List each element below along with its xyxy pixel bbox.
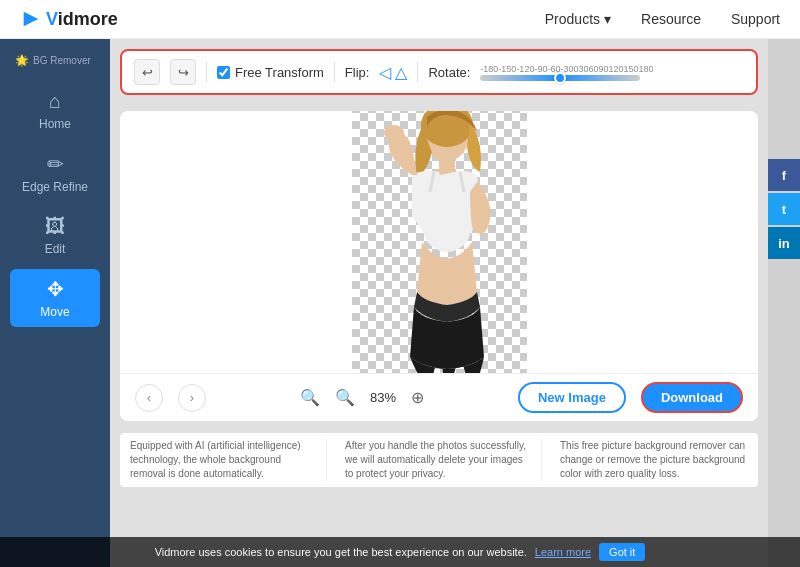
social-bar: f t in [768,39,800,567]
divider3 [417,62,418,82]
rotate-track[interactable] [480,75,640,81]
cookie-accept-button[interactable]: Got it [599,543,645,561]
edit-icon: 🖼 [45,215,65,238]
canvas-wrapper: ‹ › 🔍 🔍 83% ⊕ New Image Download [120,111,758,421]
content-area: ↩ ↪ Free Transform Flip: ◁ △ Rotate: -18… [110,39,768,567]
svg-marker-0 [24,12,39,27]
sidebar-item-move[interactable]: ✥ Move [10,269,100,327]
flip-vertical-button[interactable]: △ [395,63,407,82]
logo-icon [20,8,42,30]
bottom-controls: ‹ › 🔍 🔍 83% ⊕ New Image Download [120,373,758,421]
main-area: 🌟 BG Remover ⌂ Home ✏ Edge Refine 🖼 Edit… [0,39,800,567]
logo[interactable]: Vidmore [20,8,118,30]
divider [206,62,207,82]
edge-refine-icon: ✏ [47,152,64,176]
bg-remover-tab: 🌟 BG Remover [10,49,100,72]
bottom-col-1: Equipped with AI (artificial intelligenc… [130,439,327,481]
sidebar-item-edit[interactable]: 🖼 Edit [10,207,100,264]
rotate-label: Rotate: [428,65,470,80]
home-icon: ⌂ [49,90,61,113]
zoom-in-icon[interactable]: 🔍 [335,388,355,407]
nav-products[interactable]: Products ▾ [545,11,611,27]
zoom-out-icon[interactable]: 🔍 [300,388,320,407]
prev-arrow[interactable]: ‹ [135,384,163,412]
new-image-button[interactable]: New Image [518,382,626,413]
nav-resource[interactable]: Resource [641,11,701,27]
bottom-col-2: After you handle the photos successfully… [337,439,542,481]
twitter-button[interactable]: t [768,193,800,225]
chevron-down-icon: ▾ [604,11,611,27]
bottom-text-area: Equipped with AI (artificial intelligenc… [120,433,758,487]
cookie-learn-more[interactable]: Learn more [535,546,591,558]
free-transform-checkbox[interactable]: Free Transform [217,65,324,80]
header: Vidmore Products ▾ Resource Support [0,0,800,39]
sidebar-item-home[interactable]: ⌂ Home [10,82,100,139]
nav-support[interactable]: Support [731,11,780,27]
rotate-control[interactable]: -180-150-120-90-60-300306090120150180 [480,64,640,81]
svg-point-6 [384,125,404,141]
logo-text: Vidmore [46,9,118,30]
nav-links: Products ▾ Resource Support [545,11,780,27]
sidebar-item-edge-refine[interactable]: ✏ Edge Refine [10,144,100,202]
move-icon: ✥ [47,277,64,301]
sidebar: 🌟 BG Remover ⌂ Home ✏ Edge Refine 🖼 Edit… [0,39,110,567]
bg-remover-icon: 🌟 [15,54,29,67]
linkedin-button[interactable]: in [768,227,800,259]
bottom-col-3: This free picture background remover can… [552,439,748,481]
flip-buttons: ◁ △ [379,63,407,82]
cookie-bar: Vidmore uses cookies to ensure you get t… [0,537,800,567]
toolbar: ↩ ↪ Free Transform Flip: ◁ △ Rotate: -18… [120,49,758,95]
download-button[interactable]: Download [641,382,743,413]
rotate-thumb[interactable] [554,72,566,84]
flip-horizontal-button[interactable]: ◁ [379,63,391,82]
divider2 [334,62,335,82]
canvas-image-area [120,111,758,373]
redo-button[interactable]: ↪ [170,59,196,85]
next-arrow[interactable]: › [178,384,206,412]
cookie-message: Vidmore uses cookies to ensure you get t… [155,546,527,558]
zoom-expand-icon[interactable]: ⊕ [411,388,424,407]
zoom-value: 83% [370,390,396,405]
flip-label: Flip: [345,65,370,80]
facebook-button[interactable]: f [768,159,800,191]
woman-svg [352,111,527,373]
undo-button[interactable]: ↩ [134,59,160,85]
image-container [352,111,527,373]
